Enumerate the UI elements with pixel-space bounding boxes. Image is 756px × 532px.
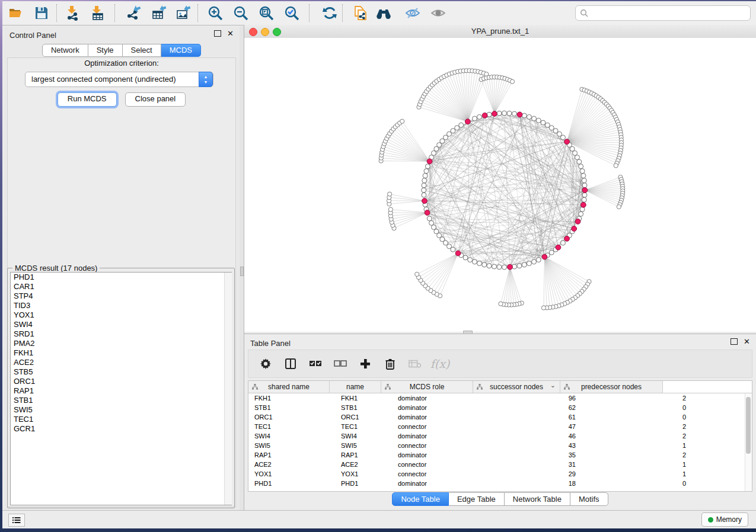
leaf-node[interactable] [499,302,503,306]
column-header-successor-nodes[interactable]: successor nodes ⌄ [473,381,560,393]
table-row[interactable]: TEC1TEC1connector472 [248,422,752,431]
mcds-hub-node[interactable] [582,188,588,193]
ring-node[interactable] [580,169,585,174]
ring-node[interactable] [468,258,473,262]
column-header-name[interactable]: name [330,381,381,393]
task-history-button[interactable] [8,514,25,527]
mcds-hub-node[interactable] [422,198,428,204]
ring-node[interactable] [560,241,565,245]
mcds-result-item[interactable]: STP4 [11,291,231,301]
close-panel-button[interactable]: Close panel [125,92,186,107]
table-row[interactable]: RAP1RAP1dominator352 [248,450,752,460]
ring-node[interactable] [527,114,531,119]
optimization-criterion-select[interactable]: largest connected component (undirected)… [25,72,213,87]
table-scrollbar[interactable] [745,393,752,491]
tab-node-table[interactable]: Node Table [392,492,449,506]
table-row[interactable]: ACE2ACE2connector311 [248,460,752,469]
close-panel-icon[interactable]: ✕ [744,339,750,345]
tab-style[interactable]: Style [88,44,123,57]
float-panel-icon[interactable] [731,338,738,345]
ring-node[interactable] [532,259,537,264]
table-row[interactable]: PHD1PHD1dominator180 [248,479,752,488]
open-folder-icon[interactable] [8,5,24,21]
ring-node[interactable] [582,193,587,197]
ring-node[interactable] [502,111,506,116]
leaf-node[interactable] [614,164,618,168]
ring-node[interactable] [532,116,537,121]
ring-node[interactable] [422,193,426,197]
ring-node[interactable] [424,169,429,174]
mcds-hub-node[interactable] [508,264,513,270]
leaf-node[interactable] [388,192,392,196]
export-image-icon[interactable] [176,5,191,21]
ring-node[interactable] [536,258,541,262]
leaf-node[interactable] [541,306,546,310]
ring-node[interactable] [512,111,516,116]
leaf-node[interactable] [510,79,514,84]
deselect-all-icon[interactable] [334,357,347,370]
mcds-hub-node[interactable] [564,236,570,241]
mcds-hub-node[interactable] [465,119,470,124]
mcds-result-item[interactable]: SWI4 [11,320,231,329]
ring-node[interactable] [425,164,430,169]
ring-node[interactable] [497,111,502,116]
column-header-predecessor-nodes[interactable]: predecessor nodes [560,381,663,393]
network-window-titlebar[interactable]: YPA_prune.txt_1 [244,25,756,39]
select-all-icon[interactable] [309,357,322,370]
mcds-hub-node[interactable] [455,251,461,256]
mcds-result-list[interactable]: PHD1CAR1STP4TID3YOX1SWI4SRD1PMA2FKH1ACE2… [10,272,232,505]
mcds-result-item[interactable]: YOX1 [11,310,231,320]
tab-mcds[interactable]: MCDS [161,44,201,57]
ring-node[interactable] [463,255,468,260]
mcds-hub-node[interactable] [425,210,430,216]
mcds-result-item[interactable]: RAP1 [11,386,231,396]
search-field[interactable] [575,5,751,21]
ring-node[interactable] [477,114,482,119]
leaf-node[interactable] [617,205,621,209]
ring-node[interactable] [434,229,439,234]
ring-node[interactable] [560,135,565,140]
table-row[interactable]: SWI5SWI5connector431 [248,441,752,450]
mcds-result-item[interactable]: TID3 [11,301,231,310]
delete-column-trash-icon[interactable] [384,357,397,370]
zoom-selected-icon[interactable] [284,5,299,21]
run-mcds-button[interactable]: Run MCDS [58,92,117,107]
network-canvas[interactable] [244,38,756,332]
tab-motifs[interactable]: Motifs [570,492,608,506]
ring-node[interactable] [502,265,506,270]
zoom-out-icon[interactable] [233,5,248,21]
ring-node[interactable] [472,259,477,264]
mcds-result-item[interactable]: SRD1 [11,329,231,339]
export-table-icon[interactable] [151,5,167,21]
ring-node[interactable] [581,174,586,178]
table-row[interactable]: YOX1YOX1connector291 [248,469,752,479]
ring-node[interactable] [573,150,578,155]
memory-button[interactable]: Memory [701,512,748,527]
leaf-node[interactable] [415,272,419,276]
ring-node[interactable] [575,155,579,160]
mcds-result-item[interactable]: STB1 [11,396,231,405]
add-column-icon[interactable] [359,357,372,370]
search-network-icon[interactable] [376,5,391,21]
delete-table-icon[interactable] [409,357,422,370]
mcds-hub-node[interactable] [580,202,586,207]
ring-node[interactable] [579,164,583,169]
ring-node[interactable] [582,178,586,183]
mcds-hub-node[interactable] [572,226,577,232]
ring-node[interactable] [522,262,527,267]
zoom-fit-icon[interactable] [259,5,274,21]
column-header-mcds-role[interactable]: MCDS role [381,381,473,393]
ring-node[interactable] [582,197,586,202]
ring-node[interactable] [545,123,550,127]
mcds-hub-node[interactable] [517,112,522,117]
ring-node[interactable] [582,183,587,188]
ring-node[interactable] [507,111,512,116]
mcds-result-item[interactable]: CAR1 [11,282,231,291]
tab-network[interactable]: Network [42,44,88,57]
ring-node[interactable] [549,126,554,130]
function-builder-icon[interactable]: f(x) [433,357,446,370]
mcds-hub-node[interactable] [427,159,432,164]
mcds-result-item[interactable]: STB5 [11,367,231,377]
table-row[interactable]: ORC1ORC1dominator610 [248,412,752,422]
ring-node[interactable] [492,264,497,269]
